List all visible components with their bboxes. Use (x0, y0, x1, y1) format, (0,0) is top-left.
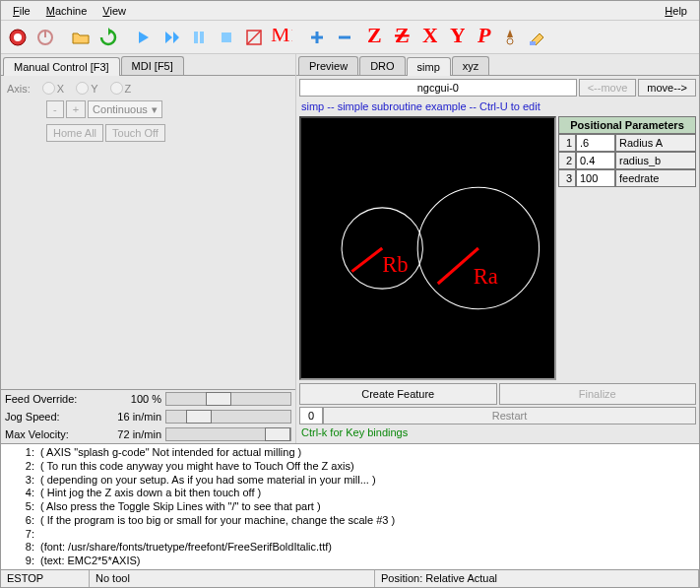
jog-plus[interactable]: + (66, 100, 86, 118)
routine-name: ngcgui-0 (299, 79, 577, 97)
touch-off-button[interactable]: Touch Off (105, 124, 165, 142)
rotate-icon[interactable] (497, 25, 523, 50)
axis-x-radio (42, 82, 55, 95)
visualization: Rb Ra (299, 116, 556, 380)
open-icon[interactable] (68, 25, 94, 50)
jog-label: Jog Speed: (5, 411, 94, 423)
svg-rect-18 (530, 41, 536, 45)
home-all-button[interactable]: Home All (46, 124, 103, 142)
feed-label: Feed Override: (5, 393, 94, 405)
reload-icon[interactable] (95, 25, 121, 50)
clear-icon[interactable] (525, 25, 550, 50)
svg-line-7 (247, 31, 261, 44)
tab-xyz[interactable]: xyz (452, 56, 490, 75)
tab-manual[interactable]: Manual Control [F3] (3, 57, 120, 76)
status-estop: ESTOP (1, 570, 90, 587)
svg-point-22 (417, 187, 539, 308)
feed-slider[interactable] (165, 392, 291, 406)
menu-help[interactable]: Help (657, 3, 695, 19)
svg-text:Y: Y (450, 28, 465, 47)
svg-rect-4 (194, 32, 198, 43)
jog-slider[interactable] (165, 410, 291, 424)
feed-value: 100 % (97, 393, 161, 405)
toolbar: M1 Z Z X Y P (1, 21, 699, 54)
param-value[interactable]: 0.4 (576, 152, 615, 169)
svg-rect-6 (222, 33, 231, 42)
menu-view[interactable]: View (95, 3, 134, 19)
svg-line-23 (438, 248, 478, 284)
subtitle: simp -- simple subroutine example -- Ctr… (299, 98, 696, 116)
svg-text:Z: Z (395, 28, 410, 47)
tab-dro[interactable]: DRO (359, 56, 405, 75)
svg-text:X: X (422, 28, 437, 47)
axis-y-radio (76, 82, 89, 95)
menu-machine[interactable]: Machine (38, 3, 95, 19)
svg-text:Ra: Ra (474, 264, 498, 289)
feature-count: 0 (299, 407, 323, 425)
zoomin-icon[interactable] (304, 25, 330, 50)
tab-mdi[interactable]: MDI [F5] (121, 56, 184, 75)
svg-point-1 (14, 33, 22, 41)
svg-text:M1: M1 (271, 29, 292, 46)
jog-mode-combo[interactable]: Continuous▾ (88, 100, 162, 118)
vel-value: 72 in/min (97, 428, 161, 440)
tab-preview[interactable]: Preview (298, 56, 358, 75)
tab-simp[interactable]: simp (407, 57, 451, 76)
axis-z-radio (110, 82, 123, 95)
param-row: 1.6Radius A (558, 134, 696, 152)
svg-text:P: P (477, 28, 491, 47)
param-row: 3100feedrate (558, 169, 696, 187)
move-right-button[interactable]: move--> (638, 79, 696, 97)
play-icon[interactable] (131, 25, 157, 50)
view-p-icon[interactable]: P (470, 25, 495, 50)
param-row: 20.4radius_b (558, 152, 696, 169)
view-z-icon[interactable]: Z (359, 25, 385, 50)
view-z2-icon[interactable]: Z (387, 25, 413, 50)
create-feature-button[interactable]: Create Feature (299, 383, 497, 405)
gcode-listing: 1:( AXIS "splash g-code" Not intended fo… (1, 443, 699, 569)
keybind-hint: Ctrl-k for Key bindings (299, 425, 696, 440)
svg-text:Rb: Rb (382, 252, 408, 277)
axis-label: Axis: (7, 83, 31, 95)
menu-file[interactable]: File (5, 3, 38, 19)
pause-icon[interactable] (186, 25, 212, 50)
status-position: Position: Relative Actual (375, 570, 699, 587)
svg-rect-5 (200, 32, 204, 43)
zoomout-icon[interactable] (332, 25, 357, 50)
view-y-icon[interactable]: Y (442, 25, 468, 50)
finalize-button[interactable]: Finalize (499, 383, 697, 405)
params-header: Positional Parameters (558, 116, 696, 134)
param-value[interactable]: .6 (576, 134, 615, 152)
power-icon[interactable] (32, 25, 58, 50)
step-icon[interactable] (159, 25, 184, 50)
param-value[interactable]: 100 (576, 169, 615, 187)
vel-label: Max Velocity: (5, 428, 94, 440)
move-left-button[interactable]: <--move (579, 79, 637, 97)
status-tool: No tool (90, 570, 375, 587)
skip-icon[interactable] (241, 25, 267, 50)
jog-value: 16 in/min (97, 411, 161, 423)
view-x-icon[interactable]: X (414, 25, 440, 50)
svg-line-20 (351, 248, 382, 272)
estop-icon[interactable] (5, 25, 31, 50)
optstop-icon[interactable]: M1 (269, 25, 294, 50)
svg-text:Z: Z (367, 28, 382, 47)
restart-button[interactable]: Restart (323, 407, 696, 425)
vel-slider[interactable] (165, 427, 291, 441)
svg-point-17 (507, 38, 513, 44)
jog-minus[interactable]: - (46, 100, 64, 118)
stop-icon[interactable] (214, 25, 239, 50)
